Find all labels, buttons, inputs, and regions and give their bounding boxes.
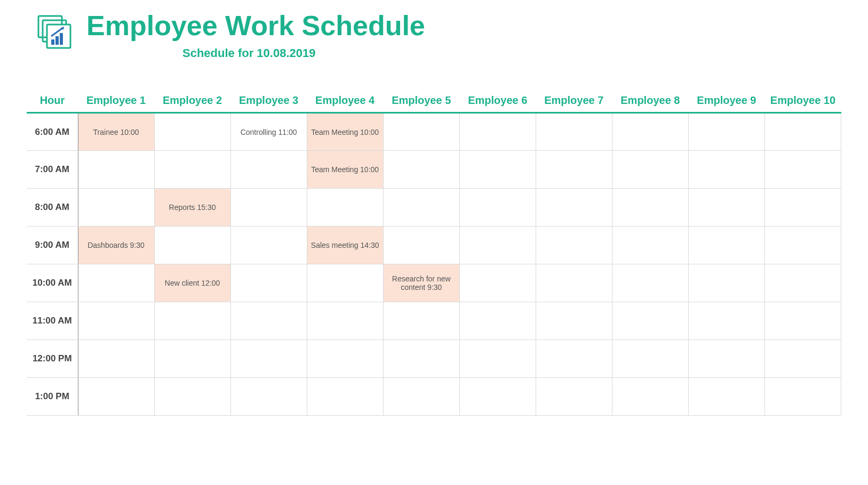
page-title: Employee Work Schedule — [86, 11, 425, 41]
schedule-cell[interactable] — [154, 227, 230, 264]
schedule-cell[interactable] — [536, 302, 612, 340]
schedule-cell[interactable] — [765, 378, 841, 416]
schedule-cell[interactable] — [688, 113, 765, 151]
schedule-cell[interactable] — [612, 151, 688, 189]
row-hour-label: 7:00 AM — [27, 151, 78, 189]
schedule-cell[interactable] — [78, 302, 154, 340]
row-hour-label: 12:00 PM — [27, 340, 78, 378]
schedule-cell[interactable] — [536, 264, 612, 302]
schedule-cell[interactable] — [765, 151, 841, 189]
schedule-cell[interactable] — [536, 189, 612, 227]
schedule-cell[interactable] — [765, 227, 841, 264]
schedule-cell[interactable] — [154, 340, 230, 378]
schedule-cell[interactable] — [307, 378, 383, 416]
schedule-cell[interactable] — [612, 113, 688, 151]
schedule-cell[interactable] — [459, 189, 536, 227]
schedule-cell[interactable] — [230, 264, 307, 302]
schedule-cell[interactable] — [688, 264, 765, 302]
schedule-cell[interactable] — [230, 378, 307, 416]
schedule-cell[interactable] — [230, 189, 307, 227]
schedule-cell[interactable]: Controlling 11:00 — [230, 113, 307, 151]
schedule-cell[interactable] — [612, 264, 688, 302]
schedule-cell[interactable] — [383, 113, 459, 151]
schedule-cell[interactable] — [230, 151, 307, 189]
schedule-cell[interactable] — [612, 378, 688, 416]
schedule-cell[interactable] — [459, 378, 536, 416]
schedule-cell[interactable] — [459, 151, 536, 189]
schedule-cell[interactable] — [154, 378, 230, 416]
schedule-cell[interactable] — [765, 113, 841, 151]
schedule-cell[interactable] — [459, 302, 536, 340]
schedule-cell[interactable] — [688, 378, 765, 416]
schedule-cell[interactable] — [688, 340, 765, 378]
schedule-cell[interactable] — [307, 264, 383, 302]
schedule-cell[interactable] — [536, 340, 612, 378]
table-row: 12:00 PM — [27, 340, 841, 378]
table-row: 8:00 AMReports 15:30 — [27, 189, 841, 227]
column-header-employee: Employee 9 — [688, 91, 765, 113]
row-hour-label: 11:00 AM — [27, 302, 78, 340]
schedule-cell[interactable] — [765, 302, 841, 340]
schedule-cell[interactable] — [765, 189, 841, 227]
schedule-cell[interactable] — [459, 113, 536, 151]
schedule-cell[interactable] — [383, 302, 459, 340]
row-hour-label: 8:00 AM — [27, 189, 78, 227]
schedule-cell[interactable] — [78, 151, 154, 189]
schedule-cell[interactable] — [78, 189, 154, 227]
schedule-cell[interactable] — [383, 151, 459, 189]
schedule-cell[interactable] — [383, 378, 459, 416]
schedule-cell[interactable] — [536, 151, 612, 189]
schedule-cell[interactable] — [230, 340, 307, 378]
schedule-cell[interactable] — [612, 302, 688, 340]
schedule-cell[interactable] — [612, 189, 688, 227]
column-header-hour: Hour — [27, 91, 78, 113]
schedule-cell[interactable] — [383, 189, 459, 227]
row-hour-label: 9:00 AM — [27, 227, 78, 264]
column-header-employee: Employee 2 — [154, 91, 230, 113]
schedule-cell[interactable] — [307, 340, 383, 378]
schedule-cell[interactable] — [459, 264, 536, 302]
svg-rect-3 — [51, 39, 54, 45]
schedule-cell[interactable] — [383, 227, 459, 264]
schedule-cell[interactable] — [78, 378, 154, 416]
schedule-cell[interactable]: Reports 15:30 — [154, 189, 230, 227]
table-row: 9:00 AMDashboards 9:30Sales meeting 14:3… — [27, 227, 841, 264]
column-header-employee: Employee 3 — [230, 91, 307, 113]
schedule-cell[interactable]: New client 12:00 — [154, 264, 230, 302]
table-row: 10:00 AMNew client 12:00Research for new… — [27, 264, 841, 302]
schedule-cell[interactable] — [307, 189, 383, 227]
schedule-cell[interactable]: Research for new content 9:30 — [383, 264, 459, 302]
schedule-cell[interactable] — [536, 378, 612, 416]
schedule-cell[interactable] — [154, 302, 230, 340]
schedule-cell[interactable] — [307, 302, 383, 340]
schedule-cell[interactable] — [78, 264, 154, 302]
column-header-row: HourEmployee 1Employee 2Employee 3Employ… — [27, 91, 841, 113]
schedule-cell[interactable] — [536, 227, 612, 264]
schedule-cell[interactable]: Team Meeting 10:00 — [307, 113, 383, 151]
schedule-cell[interactable] — [765, 340, 841, 378]
schedule-cell[interactable] — [688, 302, 765, 340]
schedule-cell[interactable]: Trainee 10:00 — [78, 113, 154, 151]
schedule-cell[interactable] — [154, 113, 230, 151]
schedule-cell[interactable] — [383, 340, 459, 378]
schedule-cell[interactable] — [459, 340, 536, 378]
schedule-cell[interactable] — [154, 151, 230, 189]
svg-rect-5 — [60, 33, 63, 45]
schedule-cell[interactable] — [536, 113, 612, 151]
column-header-employee: Employee 7 — [536, 91, 612, 113]
schedule-cell[interactable] — [230, 227, 307, 264]
schedule-cell[interactable] — [688, 227, 765, 264]
column-header-employee: Employee 1 — [78, 91, 154, 113]
schedule-cell[interactable] — [612, 227, 688, 264]
schedule-cell[interactable]: Dashboards 9:30 — [78, 227, 154, 264]
schedule-cell[interactable] — [612, 340, 688, 378]
schedule-cell[interactable]: Sales meeting 14:30 — [307, 227, 383, 264]
schedule-cell[interactable] — [230, 302, 307, 340]
schedule-cell[interactable]: Team Meeting 10:00 — [307, 151, 383, 189]
svg-rect-4 — [55, 36, 59, 45]
schedule-cell[interactable] — [688, 151, 765, 189]
schedule-cell[interactable] — [459, 227, 536, 264]
schedule-cell[interactable] — [688, 189, 765, 227]
schedule-cell[interactable] — [765, 264, 841, 302]
schedule-cell[interactable] — [78, 340, 154, 378]
